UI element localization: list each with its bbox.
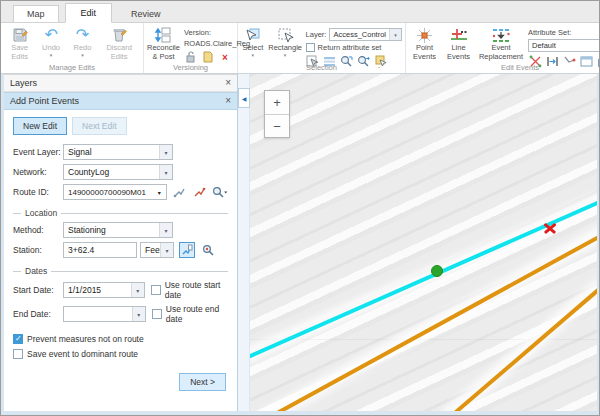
use-route-start-date-label: Use route start date	[165, 280, 228, 300]
use-route-end-date-checkbox[interactable]	[152, 309, 162, 319]
attribute-set-dropdown[interactable]: Default ▾	[528, 39, 600, 52]
caret-down-icon: ▾	[153, 185, 166, 199]
collapse-left-icon: ◀	[242, 95, 247, 102]
use-route-end-date-label: Use route end date	[166, 304, 228, 324]
prevent-measures-checkbox[interactable]	[13, 334, 23, 344]
station-label: Station:	[13, 245, 63, 255]
add-point-events-header[interactable]: Add Point Events ×	[4, 92, 237, 110]
discard-edits-button[interactable]: Discard Edits	[98, 25, 140, 61]
delete-version-icon[interactable]: ×	[218, 50, 232, 64]
ribbon-tab-strip: Map Edit Review	[1, 1, 599, 23]
station-input[interactable]: 3+62.4	[63, 242, 137, 258]
network-dropdown[interactable]: CountyLog ▾	[63, 164, 173, 180]
event-replacement-icon	[491, 26, 511, 44]
app-window: Map Edit Review Save Edits ↶ Undo ▾ ↷ Re…	[0, 0, 600, 416]
group-edit-events: Point Events Line Events Event Replaceme…	[406, 23, 600, 73]
checkbox-icon	[306, 43, 315, 52]
collapse-panel-button[interactable]: ◀	[238, 88, 250, 108]
select-cursor-icon	[244, 26, 261, 44]
start-date-label: Start Date:	[13, 285, 63, 295]
new-version-icon[interactable]	[201, 50, 215, 64]
layer-dropdown[interactable]: Access_Control ▾	[329, 28, 402, 41]
network-label: Network:	[13, 167, 63, 177]
redo-button[interactable]: ↷ Redo ▾	[67, 25, 98, 57]
station-picker-icon[interactable]	[179, 242, 195, 258]
remove-route-icon[interactable]	[192, 184, 207, 200]
caret-down-icon: ▾	[389, 29, 401, 40]
add-point-events-title: Add Point Events	[10, 96, 79, 106]
reconcile-post-button[interactable]: Reconcile & Post	[147, 25, 180, 61]
tab-review[interactable]: Review	[118, 6, 174, 22]
panel-collapse-strip: ◀	[238, 74, 250, 415]
route-id-combo[interactable]: 14900000700090M01 ▾	[63, 184, 167, 200]
zoom-out-button[interactable]: −	[265, 114, 289, 137]
rectangle-button[interactable]: Rectangle ▾	[269, 25, 302, 57]
add-point-events-body: New Edit Next Edit Event Layer: Signal ▾…	[4, 110, 237, 415]
caret-down-icon: ▾	[159, 145, 172, 159]
selection-options: Layer: Access_Control ▾ Return attribute…	[306, 25, 402, 68]
line-events-button[interactable]: Line Events	[443, 25, 474, 61]
prevent-measures-label: Prevent measures not on route	[27, 334, 144, 344]
end-date-label: End Date:	[13, 309, 63, 319]
group-label-versioning: Versioning	[144, 63, 237, 72]
undo-button[interactable]: ↶ Undo ▾	[35, 25, 66, 57]
content-area: Layers × Add Point Events × New Edit Nex…	[1, 74, 599, 415]
caret-down-icon: ▾	[131, 283, 144, 297]
group-manage-edits: Save Edits ↶ Undo ▾ ↷ Redo ▾ Discard Edi…	[1, 23, 144, 73]
caret-down-icon: ▾	[159, 165, 172, 179]
layers-pane-header[interactable]: Layers ×	[4, 74, 237, 92]
line-events-icon	[450, 26, 468, 44]
caret-down-icon: ▾	[50, 53, 53, 57]
zoom-to-station-icon[interactable]	[200, 242, 216, 258]
group-label-manage-edits: Manage Edits	[1, 63, 143, 72]
next-button[interactable]: Next >	[179, 373, 226, 391]
group-selection: Select ▾ Rectangle ▾ Layer: Access_Contr…	[238, 23, 406, 73]
close-icon[interactable]: ×	[225, 78, 231, 88]
zoom-in-button[interactable]: +	[265, 91, 289, 114]
zoom-to-route-icon[interactable]	[212, 184, 228, 200]
rectangle-select-icon	[277, 26, 294, 44]
dates-section-label: Dates	[13, 266, 228, 276]
start-date-dropdown[interactable]: 1/1/2015 ▾	[63, 282, 145, 298]
map-view[interactable]: + −	[250, 74, 597, 415]
caret-down-icon: ▾	[132, 307, 145, 321]
dominant-route-checkbox[interactable]	[13, 349, 23, 359]
close-icon[interactable]: ×	[225, 96, 231, 106]
save-edits-button[interactable]: Save Edits	[4, 25, 35, 61]
map-zoom-control: + −	[264, 90, 290, 138]
new-edit-button[interactable]: New Edit	[13, 117, 67, 135]
group-label-edit-events: Edit Events	[406, 63, 600, 72]
unlock-version-icon[interactable]	[184, 50, 198, 64]
save-icon	[12, 26, 28, 44]
caret-down-icon: ▾	[252, 53, 255, 57]
method-label: Method:	[13, 225, 63, 235]
route-end-marker-icon	[543, 221, 557, 235]
undo-icon: ↶	[44, 26, 57, 44]
trash-icon	[112, 26, 127, 44]
ribbon: Save Edits ↶ Undo ▾ ↷ Redo ▾ Discard Edi…	[1, 23, 599, 74]
select-button[interactable]: Select ▾	[241, 25, 265, 57]
attribute-set-panel: Attribute Set: Default ▾	[528, 25, 600, 68]
dominant-route-label: Save event to dominant route	[27, 349, 138, 359]
event-replacement-button[interactable]: Event Replacement	[477, 25, 525, 61]
end-date-dropdown[interactable]: ▾	[63, 306, 146, 322]
add-route-icon[interactable]	[172, 184, 187, 200]
tab-map[interactable]: Map	[13, 5, 59, 22]
station-unit-dropdown[interactable]: Feet ▾	[140, 242, 174, 258]
window-frame-bottom	[1, 411, 599, 415]
return-attribute-set-checkbox[interactable]: Return attribute set	[306, 43, 402, 52]
left-panel: Layers × Add Point Events × New Edit Nex…	[4, 74, 238, 415]
method-dropdown[interactable]: Stationing ▾	[63, 222, 173, 238]
event-layer-dropdown[interactable]: Signal ▾	[63, 144, 173, 160]
route-id-label: Route ID:	[13, 187, 63, 197]
next-edit-button[interactable]: Next Edit	[72, 117, 127, 135]
tab-edit[interactable]: Edit	[65, 3, 113, 23]
caret-down-icon: ▾	[81, 53, 84, 57]
group-label-selection: Selection	[238, 63, 405, 72]
point-events-button[interactable]: Point Events	[409, 25, 440, 61]
group-versioning: Reconcile & Post Version: ROADS.Claire_R…	[144, 23, 238, 73]
use-route-start-date-checkbox[interactable]	[151, 285, 161, 295]
caret-down-icon: ▾	[159, 223, 172, 237]
event-layer-label: Event Layer:	[13, 147, 63, 157]
caret-down-icon: ▾	[284, 53, 287, 57]
